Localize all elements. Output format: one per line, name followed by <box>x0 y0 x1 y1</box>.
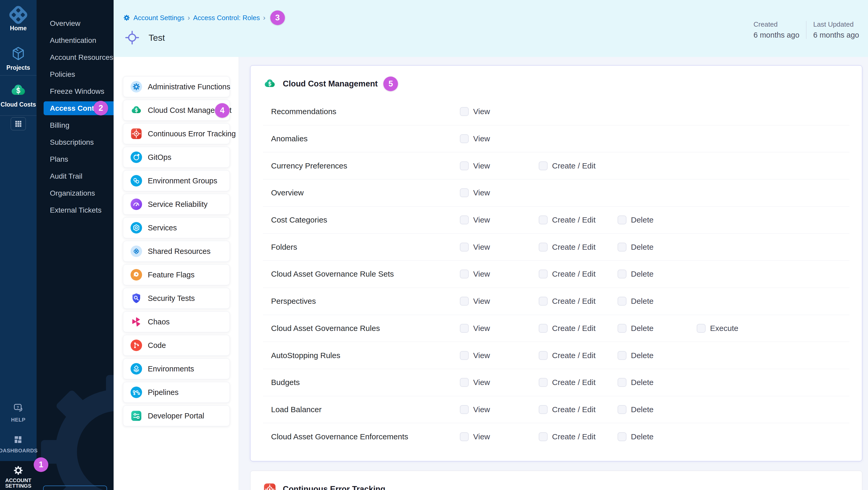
rail-item-dashboards[interactable]: DASHBOARDS <box>0 434 36 454</box>
module-card-continuous-error-tracking[interactable]: Continuous Error Tracking <box>123 123 230 144</box>
checkbox-view[interactable] <box>460 161 469 170</box>
settings-nav-item-billing[interactable]: Billing <box>43 117 114 134</box>
permission-delete-load-balancer[interactable]: Delete <box>618 405 654 414</box>
permission-view-currency-preferences[interactable]: View <box>460 161 490 170</box>
checkbox-view[interactable] <box>460 378 469 387</box>
checkbox-delete[interactable] <box>618 432 626 441</box>
module-card-feature-flags[interactable]: Feature Flags <box>123 264 230 285</box>
permission-delete-folders[interactable]: Delete <box>618 243 654 251</box>
permission-view-perspectives[interactable]: View <box>460 297 490 306</box>
checkbox-create[interactable] <box>539 215 548 224</box>
module-card-security-tests[interactable]: Security Tests <box>123 288 230 309</box>
settings-nav-item-subscriptions[interactable]: Subscriptions <box>43 134 114 151</box>
permission-create-autostopping-rules[interactable]: Create / Edit <box>539 351 596 360</box>
permission-view-cloud-asset-governance-rules[interactable]: View <box>460 324 490 333</box>
module-card-administrative-functions[interactable]: Administrative Functions <box>123 76 230 97</box>
settings-nav-item-audit-trail[interactable]: Audit Trail <box>43 168 114 185</box>
permission-delete-cloud-asset-governance-rules[interactable]: Delete <box>618 324 654 333</box>
checkbox-view[interactable] <box>460 297 469 306</box>
module-card-code[interactable]: Code <box>123 335 230 356</box>
permission-create-cost-categories[interactable]: Create / Edit <box>539 215 596 224</box>
permission-delete-perspectives[interactable]: Delete <box>618 297 654 306</box>
module-card-shared-resources[interactable]: Shared Resources <box>123 241 230 262</box>
module-card-chaos[interactable]: Chaos <box>123 311 230 332</box>
settings-nav-item-account-resources[interactable]: Account Resources <box>43 49 114 66</box>
permission-create-cloud-asset-governance-rule-sets[interactable]: Create / Edit <box>539 270 596 278</box>
rail-item-account-settings[interactable]: ACCOUNTSETTINGS <box>0 461 36 490</box>
permission-view-anomalies[interactable]: View <box>460 134 490 143</box>
rail-item-home[interactable]: Home <box>0 3 36 32</box>
permission-create-budgets[interactable]: Create / Edit <box>539 378 596 387</box>
module-card-gitops[interactable]: GitOps <box>123 147 230 168</box>
permission-delete-autostopping-rules[interactable]: Delete <box>618 351 654 360</box>
permission-view-budgets[interactable]: View <box>460 378 490 387</box>
permissions-scroll-area[interactable]: $ Cloud Cost Management 5 Recommendation… <box>239 57 868 490</box>
permission-view-cost-categories[interactable]: View <box>460 215 490 224</box>
checkbox-execute[interactable] <box>697 324 706 333</box>
settings-nav-item-overview[interactable]: Overview <box>43 15 114 32</box>
permission-view-load-balancer[interactable]: View <box>460 405 490 414</box>
breadcrumb-link-account-settings[interactable]: Account Settings <box>133 14 184 22</box>
checkbox-create[interactable] <box>539 378 548 387</box>
checkbox-view[interactable] <box>460 270 469 278</box>
settings-nav-item-freeze-windows[interactable]: Freeze Windows <box>43 83 114 100</box>
checkbox-create[interactable] <box>539 405 548 414</box>
permission-delete-budgets[interactable]: Delete <box>618 378 654 387</box>
breadcrumb-link-access-control-roles[interactable]: Access Control: Roles <box>193 14 260 22</box>
checkbox-view[interactable] <box>460 432 469 441</box>
module-card-cloud-cost-management[interactable]: $ Cloud Cost Management 4 <box>123 100 230 121</box>
checkbox-view[interactable] <box>460 351 469 360</box>
permission-create-load-balancer[interactable]: Create / Edit <box>539 405 596 414</box>
module-card-services[interactable]: Services <box>123 217 230 238</box>
rail-item-help[interactable]: ? HELP <box>0 402 36 423</box>
settings-nav-item-external-tickets[interactable]: External Tickets <box>43 202 114 219</box>
module-card-pipelines[interactable]: Pipelines <box>123 382 230 403</box>
permission-view-autostopping-rules[interactable]: View <box>460 351 490 360</box>
permission-view-cloud-asset-governance-rule-sets[interactable]: View <box>460 270 490 278</box>
permission-delete-cost-categories[interactable]: Delete <box>618 215 654 224</box>
settings-nav-item-plans[interactable]: Plans <box>43 151 114 168</box>
settings-nav-item-access-control[interactable]: Access Control2 <box>43 100 114 117</box>
permission-create-currency-preferences[interactable]: Create / Edit <box>539 161 596 170</box>
permission-delete-cloud-asset-governance-enforcements[interactable]: Delete <box>618 432 654 441</box>
checkbox-view[interactable] <box>460 243 469 251</box>
checkbox-delete[interactable] <box>618 378 626 387</box>
permission-view-cloud-asset-governance-enforcements[interactable]: View <box>460 432 490 441</box>
permission-view-folders[interactable]: View <box>460 243 490 251</box>
permission-create-folders[interactable]: Create / Edit <box>539 243 596 251</box>
checkbox-create[interactable] <box>539 161 548 170</box>
settings-nav-item-organizations[interactable]: Organizations <box>43 185 114 202</box>
checkbox-create[interactable] <box>539 432 548 441</box>
checkbox-delete[interactable] <box>618 351 626 360</box>
settings-nav-item-policies[interactable]: Policies <box>43 66 114 83</box>
checkbox-view[interactable] <box>460 188 469 197</box>
checkbox-create[interactable] <box>539 297 548 306</box>
checkbox-delete[interactable] <box>618 270 626 278</box>
checkbox-delete[interactable] <box>618 243 626 251</box>
checkbox-create[interactable] <box>539 324 548 333</box>
permission-execute-cloud-asset-governance-rules[interactable]: Execute <box>697 324 738 333</box>
permission-delete-cloud-asset-governance-rule-sets[interactable]: Delete <box>618 270 654 278</box>
checkbox-create[interactable] <box>539 243 548 251</box>
checkbox-delete[interactable] <box>618 324 626 333</box>
permission-create-cloud-asset-governance-enforcements[interactable]: Create / Edit <box>539 432 596 441</box>
permission-view-recommendations[interactable]: View <box>460 107 490 116</box>
rail-item-cloud-costs[interactable]: $ Cloud Costs <box>0 75 36 116</box>
permission-create-cloud-asset-governance-rules[interactable]: Create / Edit <box>539 324 596 333</box>
new-nav-promo-box[interactable] <box>43 486 107 490</box>
checkbox-view[interactable] <box>460 215 469 224</box>
checkbox-view[interactable] <box>460 134 469 143</box>
checkbox-create[interactable] <box>539 270 548 278</box>
checkbox-delete[interactable] <box>618 215 626 224</box>
module-card-service-reliability[interactable]: Service Reliability <box>123 194 230 215</box>
checkbox-create[interactable] <box>539 351 548 360</box>
checkbox-view[interactable] <box>460 324 469 333</box>
checkbox-view[interactable] <box>460 405 469 414</box>
module-card-environments[interactable]: Environments <box>123 358 230 379</box>
module-card-developer-portal[interactable]: Developer Portal <box>123 405 230 426</box>
permission-view-overview[interactable]: View <box>460 188 490 197</box>
module-picker-button[interactable] <box>11 117 26 130</box>
module-card-environment-groups[interactable]: Environment Groups <box>123 170 230 191</box>
checkbox-delete[interactable] <box>618 297 626 306</box>
rail-item-projects[interactable]: Projects <box>0 45 36 71</box>
